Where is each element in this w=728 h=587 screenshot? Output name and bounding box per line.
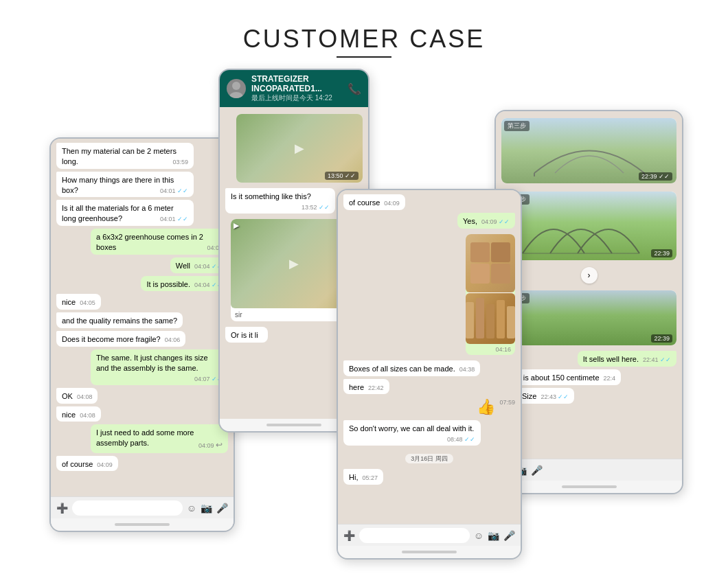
bubble: Is it something like this?13:52 ✓✓ (225, 188, 335, 214)
bubble: It is possible.04:04 ✓✓ (141, 276, 228, 292)
next-slide-arrow[interactable]: › (581, 267, 598, 284)
msg-row: here22:42 (343, 379, 515, 395)
slide-3-container: 第六步 22:39 (501, 290, 676, 345)
bubble: of course04:09 (56, 456, 118, 472)
msg-row: Box Size22:43 ✓✓ (501, 388, 676, 404)
msg-row: Then my material can be 2 meters long.03… (56, 143, 228, 169)
home-indicator (51, 518, 234, 531)
msg-row: Hi,05:27 (343, 469, 515, 485)
header-info: STRATEGIZER INCOPARATED1... 最后上线时间是今天 14… (251, 74, 342, 103)
chat-footer-4: ☺ 📷 🎤 (496, 459, 682, 481)
box-imgs-row: 04:16 (466, 234, 515, 355)
bubble: a 6x3x2 greenhouse comes in 2 boxes04:03 (91, 229, 228, 255)
phone-1: Then my material can be 2 meters long.03… (49, 137, 235, 532)
emoji-icon[interactable]: ☺ (187, 503, 196, 514)
bubble: I just need to add some more assembly pa… (91, 424, 228, 452)
bubble: Hi,05:27 (343, 469, 383, 485)
chat-footer-3: ➕ ☺ 📷 🎤 (338, 524, 521, 546)
msg-row: Does it become more fragile?04:06 (56, 331, 228, 347)
bubble: Does it become more fragile?04:06 (56, 331, 185, 347)
msg-row: OK04:08 (56, 388, 228, 404)
home-bar-3 (402, 551, 457, 553)
bubble: So don't worry, we can all deal with it.… (343, 420, 481, 446)
msg-row: nice04:05 (56, 294, 228, 310)
bubble: of course04:09 (343, 194, 405, 210)
home-indicator-3 (338, 546, 521, 558)
contact-status: 最后上线时间是今天 14:22 (251, 93, 342, 103)
arch-frame-photo: 第三步 22:39 ✓✓ (501, 118, 676, 183)
emoji-row: 👍07:59 (343, 397, 515, 417)
page-container: CUSTOMER CASE Then my material can be 2 … (0, 0, 728, 587)
svg-point-0 (232, 82, 240, 90)
bubble: Yes,04:09 ✓✓ (457, 213, 515, 229)
msg-row: It sells well here.22:41 ✓✓ (501, 351, 676, 367)
box-photo-2 (466, 292, 515, 344)
contact-name: STRATEGIZER INCOPARATED1... (251, 74, 342, 93)
msg-row: Well04:04 ✓✓ (56, 257, 228, 273)
slide-time-1: 22:39 ✓✓ (639, 172, 672, 181)
msg-row: nice04:08 (56, 406, 228, 422)
slide-1: 第三步 22:39 ✓✓ (501, 118, 676, 183)
home-bar-4 (562, 485, 617, 488)
avatar (227, 79, 246, 98)
date-badge: 3月16日 周四 (343, 451, 515, 463)
msg-row: I just need to add some more assembly pa… (56, 424, 228, 452)
home-bar (266, 424, 321, 426)
slide-2: 第五步 22:39 (501, 192, 676, 260)
msg-row: Yes,04:09 ✓✓ (343, 213, 515, 229)
slide-time-3: 22:39 (651, 334, 672, 343)
msg-row: a 6x3x2 greenhouse comes in 2 boxes04:03 (56, 229, 228, 255)
bubble: How many things are there in this box?04… (56, 172, 194, 198)
bubble: nice04:05 (56, 294, 101, 310)
msg-row: The same. It just changes its size and t… (56, 349, 228, 385)
mic-icon[interactable]: 🎤 (216, 503, 228, 514)
msg-row: So don't worry, we can all deal with it.… (343, 420, 515, 446)
chat-footer: ➕ ☺ 📷 🎤 (51, 496, 234, 518)
msg-row: Boxes of all sizes can be made.04:38 (343, 360, 515, 376)
slide-1-container: 第三步 22:39 ✓✓ (501, 118, 676, 183)
slide-time-2: 22:39 (651, 249, 672, 257)
home-indicator-4 (496, 481, 682, 493)
bubble: and the quality remains the same? (56, 312, 183, 328)
mic-icon-4[interactable]: 🎤 (531, 465, 543, 476)
bubble: here22:42 (343, 379, 389, 395)
bubble: Boxes of all sizes can be made.04:38 (343, 360, 480, 376)
thumbs-up-emoji: 👍07:59 (477, 397, 515, 417)
chat-header: STRATEGIZER INCOPARATED1... 最后上线时间是今天 14… (220, 70, 368, 107)
phone-3: of course04:09 Yes,04:09 ✓✓ (337, 189, 522, 560)
greenhouse-frame-field-photo: 第五步 22:39 (501, 192, 676, 260)
msg-row: and the quality remains the same? (56, 312, 228, 328)
message-input-3[interactable] (359, 528, 470, 543)
message-input[interactable] (72, 500, 183, 516)
page-title: CUSTOMER CASE (0, 12, 728, 58)
bubble: nice04:08 (56, 406, 101, 422)
video-msg-row: 13:50 ✓✓ (225, 114, 363, 183)
video-call-icon[interactable]: 📞 (348, 82, 361, 95)
emoji-icon-3[interactable]: ☺ (474, 530, 484, 541)
camera-icon-3[interactable]: 📷 (488, 530, 499, 541)
home-bar (115, 523, 170, 526)
slide-3: 第六步 22:39 (501, 290, 676, 345)
slide-label-1: 第三步 (504, 121, 530, 131)
camera-icon[interactable]: 📷 (201, 503, 212, 514)
greenhouse-complete-photo: 第六步 22:39 (501, 290, 676, 345)
greenhouse-video-thumb: 13:50 ✓✓ (236, 114, 363, 183)
msg-row: It is possible.04:04 ✓✓ (56, 276, 228, 292)
add-icon[interactable]: ➕ (56, 503, 68, 514)
msg-row: Is it all the materials for a 6 meter lo… (56, 200, 228, 226)
box-photo-1 (466, 234, 515, 292)
msg-row: of course04:09 (343, 194, 515, 210)
nav-row: › (501, 267, 676, 284)
msg-row: This is about 150 centimete22:4 (501, 369, 676, 385)
bubble: Then my material can be 2 meters long.03… (56, 143, 194, 169)
bubble: The same. It just changes its size and t… (91, 349, 228, 385)
svg-point-1 (229, 92, 243, 98)
bubble: Is it all the materials for a 6 meter lo… (56, 200, 194, 226)
slide-2-container: 第五步 22:39 (501, 192, 676, 260)
msg-row: of course04:09 (56, 456, 228, 472)
bubble: Or is it li (225, 327, 268, 343)
add-icon-3[interactable]: ➕ (343, 530, 355, 541)
msg-row: How many things are there in this box?04… (56, 172, 228, 198)
caption-sir: sir (235, 311, 242, 319)
mic-icon-3[interactable]: 🎤 (503, 530, 515, 541)
